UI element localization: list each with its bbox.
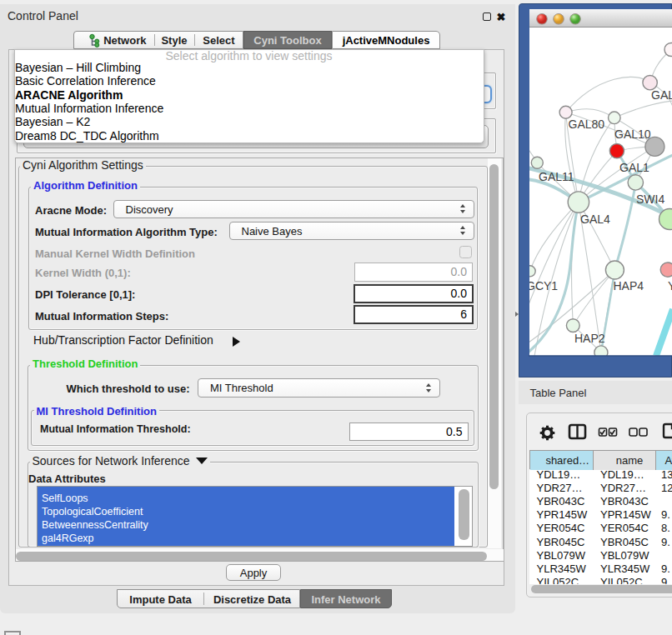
svg-text:GAL11: GAL11 [539, 170, 574, 183]
svg-text:YJ: YJ [668, 279, 672, 292]
svg-text:GAL4: GAL4 [580, 212, 610, 226]
svg-text:HAP4: HAP4 [614, 279, 644, 292]
svg-text:GAL1: GAL1 [619, 161, 649, 174]
svg-text:GAL80: GAL80 [569, 118, 605, 131]
svg-text:HAP2: HAP2 [574, 332, 605, 345]
svg-text:GCY1: GCY1 [529, 279, 558, 292]
svg-text:GAL10: GAL10 [614, 128, 651, 141]
svg-text:GAL7: GAL7 [651, 88, 672, 102]
svg-text:SWI4: SWI4 [636, 192, 664, 206]
